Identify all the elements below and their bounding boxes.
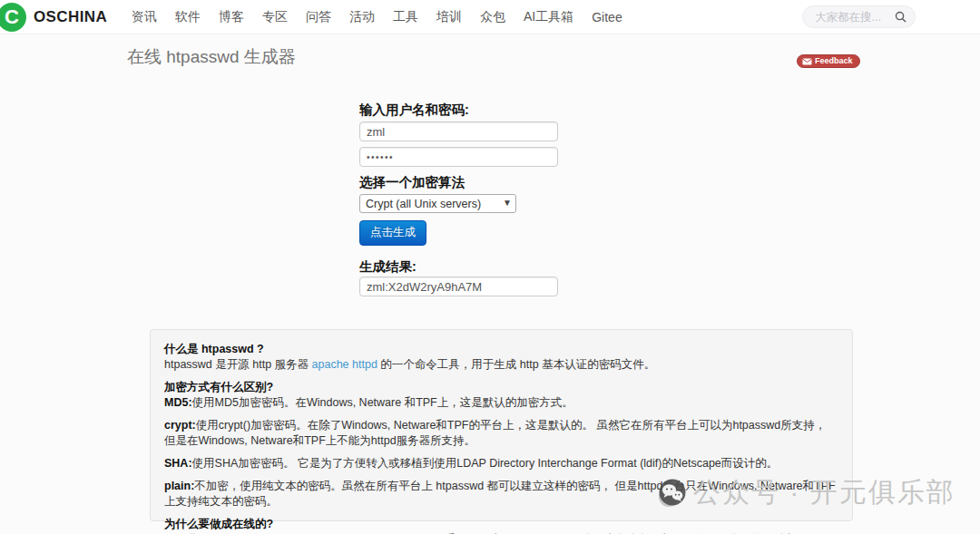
term-sha: SHA: — [164, 457, 192, 470]
term-md5: MD5: — [164, 396, 192, 409]
oschina-logo-icon[interactable]: C — [0, 3, 26, 32]
credentials-label: 输入用户名和密码: — [359, 102, 558, 117]
nav-item-ai-toolbox[interactable]: AI工具箱 — [524, 9, 573, 25]
algorithm-select-wrap: Crypt (all Unix servers) ▼ — [359, 194, 516, 213]
result-label: 生成结果: — [359, 258, 558, 274]
md5-text: 使用MD5加密密码。在Windows, Netware 和TPF上，这是默认的加… — [192, 396, 573, 409]
help-sha: SHA:使用SHA加密密码。 它是为了方便转入或移植到使用LDAP Direct… — [164, 456, 838, 471]
nav-item-events[interactable]: 活动 — [349, 9, 375, 25]
help-crypt: crypt:使用crypt()加密密码。在除了Windows, Netware和… — [164, 418, 838, 449]
htpasswd-form: 输入用户名和密码: 选择一个加密算法 Crypt (all Unix serve… — [359, 102, 558, 296]
algorithm-label: 选择一个加密算法 — [359, 174, 558, 189]
nav-item-crowdsourcing[interactable]: 众包 — [480, 9, 505, 25]
help-what-text-2: 的一个命令工具，用于生成 http 基本认证的密码文件。 — [377, 358, 655, 371]
nav-item-blog[interactable]: 博客 — [219, 9, 244, 25]
sha-text: 使用SHA加密密码。 它是为了方便转入或移植到使用LDAP Directory … — [192, 457, 779, 470]
help-heading-why: 为什么要做成在线的? — [164, 518, 273, 530]
apache-httpd-link[interactable]: apache httpd — [312, 358, 377, 371]
nav-item-gitee[interactable]: Gitee — [592, 10, 622, 24]
term-plain: plain: — [164, 480, 194, 492]
help-heading-what: 什么是 htpasswd ? — [164, 343, 264, 355]
generate-button[interactable]: 点击生成 — [359, 220, 426, 246]
result-output[interactable] — [359, 277, 558, 296]
help-heading-diff: 加密方式有什么区别? — [164, 381, 273, 393]
help-what-text-1: htpasswd 是开源 http 服务器 — [164, 358, 312, 371]
help-plain: plain:不加密，使用纯文本的密码。虽然在所有平台上 htpasswd 都可以… — [164, 479, 838, 510]
crypt-text: 使用crypt()加密密码。在除了Windows, Netware和TPF的平台… — [164, 419, 826, 447]
nav-item-training[interactable]: 培训 — [436, 9, 462, 25]
search-box[interactable] — [802, 5, 916, 28]
help-md5: 加密方式有什么区别? MD5:使用MD5加密密码。在Windows, Netwa… — [164, 380, 838, 411]
brand-name[interactable]: OSCHINA — [34, 8, 107, 26]
password-input[interactable] — [359, 147, 558, 167]
main-menu: 资讯 软件 博客 专区 问答 活动 工具 培训 众包 AI工具箱 Gitee — [132, 0, 622, 34]
nav-item-news[interactable]: 资讯 — [132, 9, 157, 25]
top-nav: C OSCHINA 资讯 软件 博客 专区 问答 活动 工具 培训 众包 AI工… — [0, 0, 980, 34]
username-input[interactable] — [359, 121, 558, 141]
nav-item-qa[interactable]: 问答 — [306, 9, 331, 25]
search-icon[interactable] — [895, 11, 906, 23]
search-input[interactable] — [815, 11, 895, 24]
algorithm-select[interactable]: Crypt (all Unix servers) — [359, 194, 516, 213]
help-what-is: 什么是 htpasswd ? htpasswd 是开源 http 服务器 apa… — [164, 342, 838, 373]
plain-text: 不加密，使用纯文本的密码。虽然在所有平台上 htpasswd 都可以建立这样的密… — [164, 480, 836, 508]
nav-item-zone[interactable]: 专区 — [262, 9, 288, 25]
nav-item-software[interactable]: 软件 — [175, 9, 201, 25]
nav-item-tools[interactable]: 工具 — [393, 9, 418, 25]
feedback-label: Feedback — [815, 57, 853, 65]
page-title: 在线 htpasswd 生成器 — [127, 45, 296, 69]
htpasswd-help-panel: 什么是 htpasswd ? htpasswd 是开源 http 服务器 apa… — [150, 329, 853, 521]
help-why-online: 为什么要做成在线的? 如果我们不使用apache服务器，例如使用nginx等，可… — [164, 517, 838, 534]
feedback-button[interactable]: Feedback — [797, 54, 860, 68]
term-crypt: crypt: — [164, 419, 196, 432]
envelope-icon — [802, 58, 812, 65]
